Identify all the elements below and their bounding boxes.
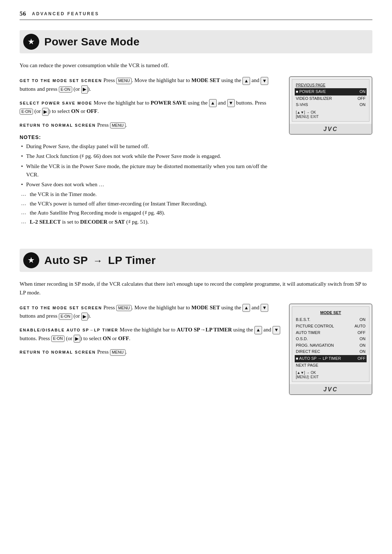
osd-vstab-label: VIDEO STABILIZER bbox=[296, 95, 332, 102]
section1-step3: Return to Normal Screen Press MENU. bbox=[20, 121, 280, 129]
note-2: The Just Clock function (♯ pg. 66) does … bbox=[20, 152, 280, 160]
page-header-title: ADVANCED FEATURES bbox=[32, 11, 99, 16]
osd2-autosplp: ■ AUTO SP → LP TIMER OFF bbox=[295, 355, 367, 362]
eon-key2: E·ON bbox=[20, 109, 33, 115]
section1-osd: PREVIOUS PAGE ■ POWER SAVE ON VIDEO STAB… bbox=[289, 76, 372, 235]
section2-text: Get to the Mode Set Screen Press MENU. M… bbox=[20, 304, 280, 395]
osd-inner-1: PREVIOUS PAGE ■ POWER SAVE ON VIDEO STAB… bbox=[292, 79, 369, 122]
note-3: While the VCR is in the Power Save mode,… bbox=[20, 162, 280, 179]
step3-text: Press MENU. bbox=[97, 122, 127, 128]
step2-label: Select Power Save Mode bbox=[20, 101, 92, 105]
osd2-exit: [MENU]: EXIT bbox=[296, 375, 366, 379]
jvc-logo-1: JVC bbox=[290, 124, 372, 134]
osd-ps-label: ■ POWER SAVE bbox=[296, 89, 326, 95]
osd-svhs-label: S-VHS bbox=[296, 102, 308, 108]
s2-down-key: ▼ bbox=[261, 304, 268, 312]
page-header: 56 ADVANCED FEATURES bbox=[20, 10, 372, 20]
section1-star-icon: ★ bbox=[23, 34, 39, 50]
subnote-3: the Auto Satellite Prog Recording mode i… bbox=[20, 209, 280, 217]
section2-star-icon: ★ bbox=[23, 252, 39, 268]
osd-screen-1: PREVIOUS PAGE ■ POWER SAVE ON VIDEO STAB… bbox=[289, 76, 372, 135]
s2-step3-text: Press MENU. bbox=[97, 349, 127, 355]
osd-prev-label: PREVIOUS PAGE bbox=[296, 82, 326, 88]
s2-up-key: ▲ bbox=[242, 304, 250, 312]
s2-step2-label: Enable/Disable Auto SP→LP Timer bbox=[20, 328, 118, 332]
step3-label: Return to Normal Screen bbox=[20, 123, 96, 127]
osd2-directrec: DIRECT REC ON bbox=[296, 349, 366, 355]
osd2-nextpage: NEXT PAGE bbox=[296, 362, 366, 369]
osd-row-vstab: VIDEO STABILIZER OFF bbox=[296, 95, 366, 102]
section2-step2: Enable/Disable Auto SP→LP Timer Move the… bbox=[20, 326, 280, 343]
osd-row-svhs: S-VHS ON bbox=[296, 102, 366, 108]
s2-step3-label: Return to Normal Screen bbox=[20, 350, 96, 354]
osd-title-row: PREVIOUS PAGE bbox=[296, 82, 366, 88]
section2-content: Get to the Mode Set Screen Press MENU. M… bbox=[20, 304, 372, 395]
section2-step3: Return to Normal Screen Press MENU. bbox=[20, 348, 280, 356]
section1-intro: You can reduce the power consumption whi… bbox=[20, 61, 372, 70]
osd-inner-2: MODE SET B.E.S.T. ON PICTURE CONTROL AUT… bbox=[292, 306, 369, 382]
osd2-osd: O.S.D. ON bbox=[296, 336, 366, 342]
right-arrow-key: ▶ bbox=[81, 85, 88, 93]
osd2-autotimer: AUTO TIMER OFF bbox=[296, 330, 366, 336]
page-number: 56 bbox=[20, 10, 26, 17]
s2-step1-label: Get to the Mode Set Screen bbox=[20, 306, 102, 310]
up-arrow-key2: ▲ bbox=[209, 99, 217, 107]
s2-right-key: ▶ bbox=[81, 313, 88, 321]
osd-vstab-value: OFF bbox=[358, 95, 366, 102]
section2-title: Auto SP → LP Timer bbox=[44, 254, 156, 266]
subnote-4: L-2 SELECT is set to DECODER or SAT (♯ p… bbox=[20, 218, 280, 226]
section2-header: ★ Auto SP → LP Timer bbox=[20, 249, 372, 272]
osd-screen-2: MODE SET B.E.S.T. ON PICTURE CONTROL AUT… bbox=[289, 304, 372, 395]
page: 56 ADVANCED FEATURES ★ Power Save Mode Y… bbox=[0, 0, 392, 554]
osd-ps-value: ON bbox=[360, 89, 366, 95]
notes-list: During Power Save, the display panel wil… bbox=[20, 142, 280, 226]
menu-key3: MENU bbox=[110, 122, 125, 129]
s2-eon-key2: E·ON bbox=[51, 335, 65, 342]
s2-eon-key: E·ON bbox=[59, 313, 72, 319]
jvc-logo-2: JVC bbox=[290, 384, 372, 394]
section1-notes: NOTES: During Power Save, the display pa… bbox=[20, 134, 280, 226]
menu-key: MENU bbox=[116, 78, 131, 84]
note-4: Power Save does not work when … bbox=[20, 180, 280, 189]
s2-right-key2: ▶ bbox=[74, 335, 80, 343]
section2-osd: MODE SET B.E.S.T. ON PICTURE CONTROL AUT… bbox=[289, 304, 372, 395]
osd2-title: MODE SET bbox=[296, 310, 366, 316]
down-arrow-key: ▼ bbox=[261, 77, 268, 85]
osd-exit-1: [MENU]: EXIT bbox=[296, 115, 366, 119]
osd-nav-1: [▲▼] → OK bbox=[296, 110, 366, 114]
section2-intro: When timer recording in SP mode, if the … bbox=[20, 280, 372, 297]
up-arrow-key: ▲ bbox=[242, 77, 250, 85]
osd2-nav: [▲▼] → OK bbox=[296, 371, 366, 375]
s2-down-key2: ▼ bbox=[273, 326, 280, 334]
section1-text: Get to the Mode Set Screen Press MENU. M… bbox=[20, 76, 280, 235]
section1-header: ★ Power Save Mode bbox=[20, 30, 372, 53]
subnote-2: the VCR's power is turned off after time… bbox=[20, 200, 280, 208]
osd2-prognav: PROG. NAVIGATION ON bbox=[296, 342, 366, 349]
note-1: During Power Save, the display panel wil… bbox=[20, 142, 280, 151]
section1-step2: Select Power Save Mode Move the highligh… bbox=[20, 99, 280, 116]
right-arrow-key2: ▶ bbox=[42, 108, 49, 116]
subnote-1: the VCR is in the Timer mode. bbox=[20, 190, 280, 199]
section1-content: Get to the Mode Set Screen Press MENU. M… bbox=[20, 76, 372, 235]
s2-up-key2: ▲ bbox=[254, 326, 262, 334]
section2-step1: Get to the Mode Set Screen Press MENU. M… bbox=[20, 304, 280, 321]
s2-menu-key: MENU bbox=[116, 305, 131, 311]
section1-step1: Get to the Mode Set Screen Press MENU. M… bbox=[20, 76, 280, 93]
osd2-best: B.E.S.T. ON bbox=[296, 317, 366, 323]
s2-menu-key3: MENU bbox=[110, 349, 125, 355]
osd-svhs-value: ON bbox=[360, 102, 366, 108]
osd-row-powersave: ■ POWER SAVE ON bbox=[295, 88, 367, 95]
eon-key: E·ON bbox=[59, 86, 72, 93]
step1-label: Get to the Mode Set Screen bbox=[20, 78, 102, 83]
section1-title: Power Save Mode bbox=[44, 36, 140, 48]
down-arrow-key2: ▼ bbox=[227, 99, 235, 107]
notes-title: NOTES: bbox=[20, 134, 280, 140]
osd2-picctrl: PICTURE CONTROL AUTO bbox=[296, 323, 366, 330]
